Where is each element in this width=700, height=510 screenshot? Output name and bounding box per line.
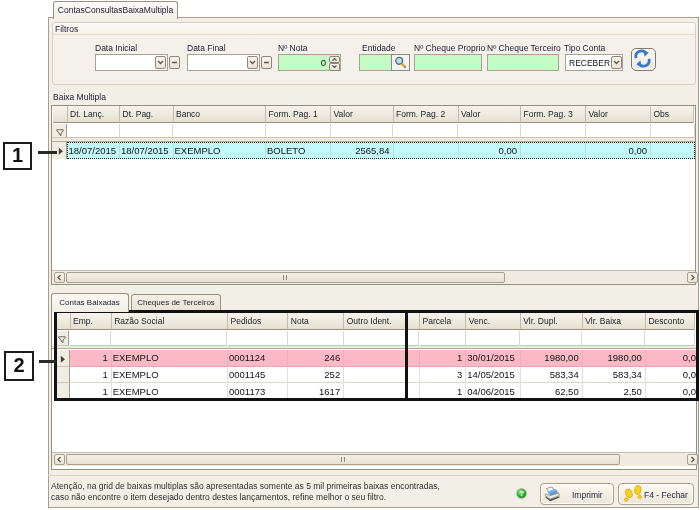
svg-text:?: ? [519, 489, 524, 498]
